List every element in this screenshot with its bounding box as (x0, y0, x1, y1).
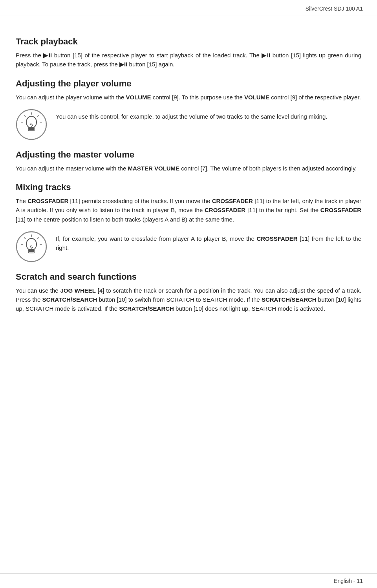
player-volume-tip-text: You can use this control, for example, t… (56, 109, 361, 121)
header-title: SilverCrest SDJ 100 A1 (306, 5, 363, 12)
svg-line-9 (37, 115, 38, 117)
page-content: Track playback Press the ▶II button [15]… (0, 15, 377, 349)
svg-line-23 (24, 238, 26, 239)
adjusting-player-volume-para1: You can adjust the player volume with th… (16, 93, 361, 102)
svg-rect-4 (29, 130, 34, 131)
footer-label: English - 11 (334, 578, 363, 584)
page-footer: English - 11 (0, 573, 377, 588)
svg-line-10 (24, 115, 26, 117)
lightbulb-icon-2 (16, 231, 47, 262)
mixing-tracks-heading: Mixing tracks (16, 182, 361, 192)
svg-line-22 (37, 238, 38, 239)
mixing-tracks-para1: The CROSSFADER [11] permits crossfading … (16, 196, 361, 224)
player-volume-tip-box: You can use this control, for example, t… (16, 109, 361, 140)
mixing-tracks-tip-box: If, for example, you want to crossfade f… (16, 231, 361, 262)
lightbulb-icon-1 (16, 109, 47, 140)
track-playback-para1: Press the ▶II button [15] of the respect… (16, 51, 361, 69)
adjusting-player-volume-heading: Adjusting the player volume (16, 79, 361, 89)
scratch-search-para1: You can use the JOG WHEEL [4] to scratch… (16, 286, 361, 313)
scratch-search-heading: Scratch and search functions (16, 272, 361, 282)
svg-point-14 (26, 238, 37, 250)
adjusting-master-volume-heading: Adjusting the master volume (16, 150, 361, 160)
svg-rect-17 (29, 252, 34, 253)
svg-point-1 (26, 116, 37, 128)
mixing-tracks-tip-text: If, for example, you want to crossfade f… (56, 231, 361, 253)
page-header: SilverCrest SDJ 100 A1 (0, 0, 377, 15)
track-playback-heading: Track playback (16, 37, 361, 47)
adjusting-master-volume-para1: You can adjust the master volume with th… (16, 164, 361, 173)
